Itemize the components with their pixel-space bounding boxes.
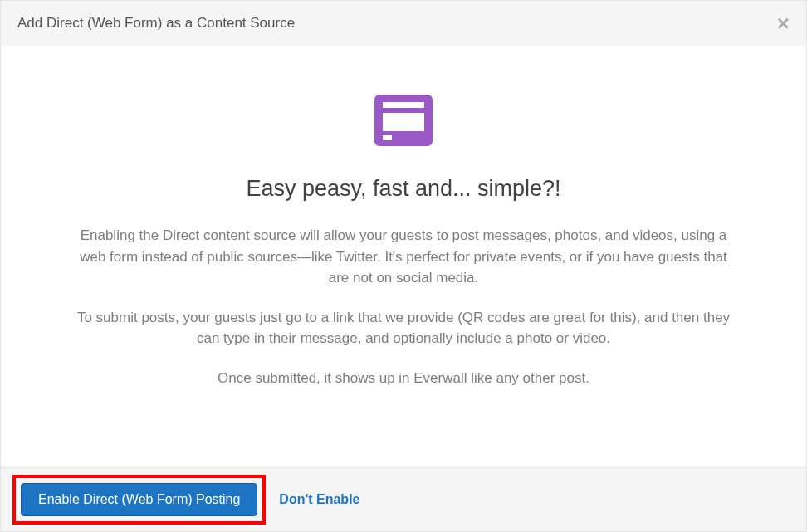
close-icon: × [777,11,790,36]
modal-header: Add Direct (Web Form) as a Content Sourc… [1,1,806,46]
description-paragraph-1: Enabling the Direct content source will … [76,225,731,289]
svg-rect-1 [383,102,424,108]
dont-enable-button[interactable]: Don't Enable [276,484,363,515]
add-content-source-modal: Add Direct (Web Form) as a Content Sourc… [0,0,807,532]
description-paragraph-3: Once submitted, it shows up in Everwall … [76,368,731,389]
svg-rect-3 [383,135,392,140]
description: Enabling the Direct content source will … [76,225,731,388]
description-paragraph-2: To submit posts, your guests just go to … [76,307,731,349]
highlight-box: Enable Direct (Web Form) Posting [12,475,266,525]
modal-body: Easy peasy, fast and... simple?! Enablin… [1,46,806,467]
svg-rect-2 [383,113,424,131]
close-button[interactable]: × [777,12,790,34]
modal-footer: Enable Direct (Web Form) Posting Don't E… [1,467,806,531]
modal-title: Add Direct (Web Form) as a Content Sourc… [17,15,295,32]
web-form-icon [371,88,436,153]
headline: Easy peasy, fast and... simple?! [76,176,731,202]
enable-button[interactable]: Enable Direct (Web Form) Posting [21,483,257,516]
icon-wrap [76,88,731,153]
